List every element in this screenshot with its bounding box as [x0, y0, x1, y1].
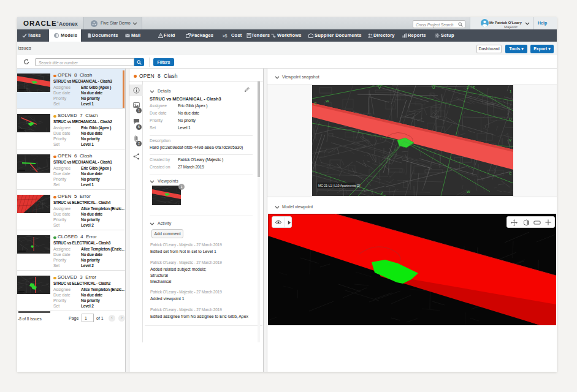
- svg-text:W: W: [467, 190, 470, 194]
- svg-text:W: W: [326, 99, 329, 103]
- svg-text:C: C: [314, 102, 317, 105]
- svg-text:C: C: [509, 172, 512, 175]
- svg-text:U: U: [432, 86, 435, 89]
- svg-text:U: U: [509, 118, 511, 121]
- svg-text:T: T: [473, 86, 475, 89]
- svg-text:V: V: [509, 138, 511, 142]
- svg-text:V: V: [378, 86, 381, 89]
- svg-text:MC-21-L1 | L10 Apartments [2]: MC-21-L1 | L10 Apartments [2]: [318, 184, 361, 187]
